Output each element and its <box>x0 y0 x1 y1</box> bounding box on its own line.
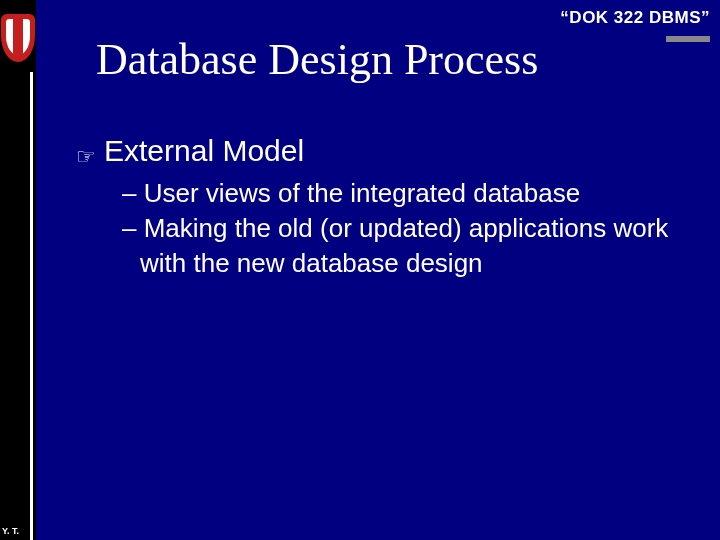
bullet-text: External Model <box>104 134 304 168</box>
sub-list: – User views of the integrated database … <box>122 176 700 281</box>
vertical-divider <box>30 72 33 540</box>
slide-body: “DOK 322 DBMS” Database Design Process ☞… <box>36 0 720 540</box>
footer-initials: Y. T. <box>2 526 19 536</box>
university-logo <box>0 14 36 72</box>
content-area: ☞ External Model – User views of the int… <box>76 134 700 281</box>
pointing-hand-icon: ☞ <box>76 146 96 168</box>
corner-underline <box>666 36 710 42</box>
sub-item: – Making the old (or updated) applicatio… <box>122 211 700 281</box>
sub-item: – User views of the integrated database <box>122 176 700 211</box>
bullet-item: ☞ External Model <box>76 134 700 168</box>
course-label: “DOK 322 DBMS” <box>560 8 710 28</box>
slide-title: Database Design Process <box>96 34 538 85</box>
